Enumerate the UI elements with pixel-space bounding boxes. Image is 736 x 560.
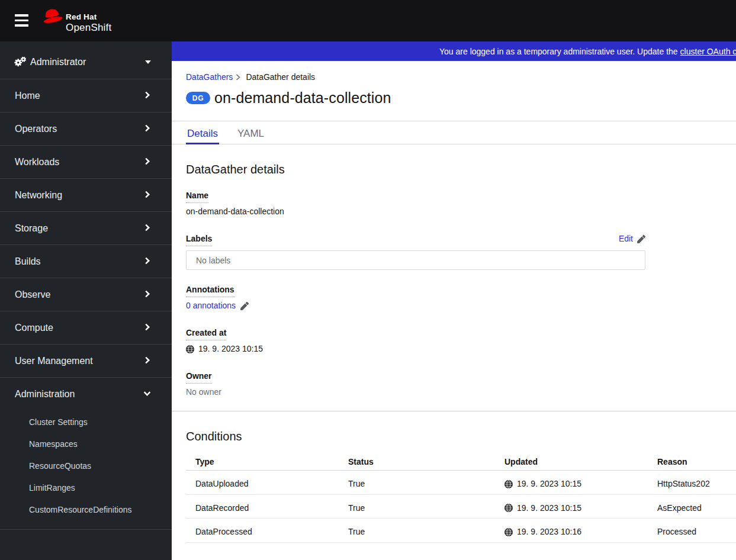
condition-row: DataUploaded True 19. 9. 2023 10:15 Http… bbox=[186, 471, 736, 495]
pencil-icon bbox=[637, 235, 645, 243]
chevron-right-icon bbox=[143, 256, 151, 267]
chevron-right-icon bbox=[143, 124, 151, 134]
perspective-switcher[interactable]: Administrator bbox=[0, 41, 172, 79]
sidebar-item-observe[interactable]: Observe bbox=[0, 278, 172, 311]
condition-updated-timestamp: 19. 9. 2023 10:16 bbox=[504, 527, 638, 537]
cluster-oauth-link[interactable]: cluster OAuth configuration bbox=[680, 47, 736, 56]
nav-item-label: Observe bbox=[15, 289, 50, 300]
caret-down-icon bbox=[145, 60, 151, 64]
updated-value: 19. 9. 2023 10:16 bbox=[517, 527, 581, 537]
annotations-edit-link[interactable]: 0 annotations bbox=[186, 301, 249, 311]
created-at-label: Created at bbox=[186, 329, 722, 340]
tab-details[interactable]: Details bbox=[186, 121, 219, 144]
labels-edit-link[interactable]: Edit bbox=[619, 234, 645, 243]
nav-item-label: User Management bbox=[15, 356, 93, 366]
nav-item-label: Administration bbox=[15, 389, 75, 400]
condition-row: DataRecorded True 19. 9. 2023 10:15 AsEx… bbox=[186, 494, 736, 519]
sidebar-item-home[interactable]: Home bbox=[0, 79, 172, 112]
sidebar-item-limitranges[interactable]: LimitRanges bbox=[0, 477, 172, 498]
condition-reason: AsExpected bbox=[648, 494, 736, 519]
breadcrumb: DataGathers DataGather details bbox=[186, 73, 722, 82]
tab-yaml[interactable]: YAML bbox=[236, 121, 265, 144]
condition-type: DataRecorded bbox=[186, 494, 339, 519]
condition-reason: HttpStatus202 bbox=[648, 471, 736, 495]
breadcrumb-chevron-icon bbox=[236, 74, 240, 81]
details-heading: DataGather details bbox=[186, 163, 722, 176]
nav-subitem-label: ResourceQuotas bbox=[29, 461, 91, 471]
sidebar-item-cluster-settings[interactable]: Cluster Settings bbox=[0, 411, 172, 433]
nav-toggle-button[interactable] bbox=[15, 14, 28, 27]
sidebar-item-user-management[interactable]: User Management bbox=[0, 345, 172, 378]
breadcrumb-link-datagathers[interactable]: DataGathers bbox=[186, 73, 233, 82]
condition-updated: 19. 9. 2023 10:15 bbox=[495, 494, 648, 519]
condition-type: DataProcessed bbox=[186, 519, 339, 543]
nav-subitem-label: Cluster Settings bbox=[29, 417, 88, 427]
conditions-header-row: Type Status Updated Reason bbox=[186, 452, 736, 471]
sidebar-nav: Administrator Home Operators Workloads N… bbox=[0, 41, 172, 560]
globe-icon bbox=[186, 345, 194, 353]
updated-value: 19. 9. 2023 10:15 bbox=[517, 479, 581, 489]
condition-updated: 19. 9. 2023 10:16 bbox=[495, 519, 648, 543]
globe-icon bbox=[504, 504, 513, 512]
chevron-right-icon bbox=[143, 190, 151, 201]
nav-item-label: Networking bbox=[15, 190, 62, 201]
condition-updated-timestamp: 19. 9. 2023 10:15 bbox=[504, 479, 638, 489]
globe-icon bbox=[504, 480, 513, 488]
page-header: DataGathers DataGather details DG on-dem… bbox=[172, 61, 736, 121]
conditions-table: Type Status Updated Reason DataUploaded … bbox=[186, 452, 736, 543]
condition-status: True bbox=[339, 494, 495, 519]
perspective-label: Administrator bbox=[30, 57, 86, 67]
conditions-pane: Conditions Type Status Updated Reason Da… bbox=[172, 411, 736, 543]
labels-empty-text: No labels bbox=[196, 256, 230, 265]
sidebar-item-compute[interactable]: Compute bbox=[0, 311, 172, 345]
chevron-right-icon bbox=[143, 323, 151, 333]
chevron-right-icon bbox=[143, 223, 151, 234]
annotations-label: Annotations bbox=[186, 285, 722, 297]
resource-badge: DG bbox=[186, 92, 210, 104]
column-type: Type bbox=[186, 452, 339, 471]
banner-content: You are logged in as a temporary adminis… bbox=[439, 41, 736, 61]
field-label-text: Owner bbox=[186, 372, 212, 384]
owner-value: No owner bbox=[186, 387, 722, 397]
column-updated: Updated bbox=[495, 452, 648, 471]
sidebar-item-storage[interactable]: Storage bbox=[0, 212, 172, 245]
name-value: on-demand-data-collection bbox=[186, 207, 722, 217]
field-label-text: Created at bbox=[186, 329, 226, 340]
updated-value: 19. 9. 2023 10:15 bbox=[517, 503, 581, 513]
sidebar-item-operators[interactable]: Operators bbox=[0, 112, 172, 146]
created-at-value: 19. 9. 2023 10:15 bbox=[198, 344, 263, 354]
conditions-heading: Conditions bbox=[186, 430, 722, 443]
brand-line2: OpenShift bbox=[66, 22, 111, 34]
name-label: Name bbox=[186, 191, 722, 203]
chevron-right-icon bbox=[143, 356, 151, 366]
red-hat-fedora-icon bbox=[43, 8, 62, 24]
sidebar-item-workloads[interactable]: Workloads bbox=[0, 146, 172, 179]
field-label-text: Annotations bbox=[186, 285, 234, 297]
sidebar-item-customresourcedefinitions[interactable]: CustomResourceDefinitions bbox=[0, 498, 172, 520]
nav-item-label: Workloads bbox=[15, 157, 59, 168]
sidebar-item-namespaces[interactable]: Namespaces bbox=[0, 433, 172, 455]
banner-message: You are logged in as a temporary adminis… bbox=[439, 47, 678, 56]
breadcrumb-current: DataGather details bbox=[246, 73, 315, 82]
created-at-timestamp: 19. 9. 2023 10:15 bbox=[186, 344, 722, 354]
labels-empty-box: No labels bbox=[186, 250, 645, 270]
tab-bar: Details YAML bbox=[172, 121, 736, 144]
condition-type: DataUploaded bbox=[186, 471, 339, 495]
gears-icon bbox=[14, 57, 26, 67]
masthead: Red Hat OpenShift bbox=[0, 0, 736, 41]
sidebar-item-builds[interactable]: Builds bbox=[0, 245, 172, 278]
chevron-right-icon bbox=[143, 157, 151, 168]
nav-subitem-label: CustomResourceDefinitions bbox=[29, 505, 132, 514]
field-label-text: Name bbox=[186, 191, 208, 203]
annotations-link-label: 0 annotations bbox=[186, 301, 236, 311]
pencil-icon bbox=[240, 302, 249, 310]
notification-banner: You are logged in as a temporary adminis… bbox=[172, 41, 736, 61]
page-title: on-demand-data-collection bbox=[214, 89, 391, 107]
brand-logo[interactable]: Red Hat OpenShift bbox=[43, 8, 111, 34]
condition-status: True bbox=[339, 519, 495, 543]
condition-status: True bbox=[339, 471, 495, 495]
sidebar-item-networking[interactable]: Networking bbox=[0, 179, 172, 212]
condition-reason: Processed bbox=[648, 519, 736, 543]
sidebar-item-resourcequotas[interactable]: ResourceQuotas bbox=[0, 455, 172, 477]
sidebar-item-administration[interactable]: Administration bbox=[0, 378, 172, 411]
